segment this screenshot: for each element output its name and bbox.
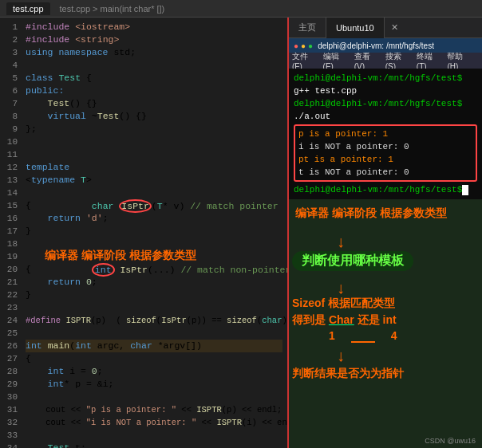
menu-help[interactable]: 帮助(H): [447, 51, 472, 71]
annotation-text-5: 判断结果是否为为指针: [292, 367, 404, 381]
code-line: {: [26, 352, 282, 365]
code-line: <typename T>: [26, 174, 282, 187]
code-line: [26, 148, 282, 161]
file-tab[interactable]: test.cpp: [6, 2, 50, 15]
main-split: 1234 5678 9101112 13141516 17181920 2122…: [0, 18, 482, 448]
code-line: [26, 391, 282, 403]
code-line: Test t;: [26, 442, 282, 448]
code-line: cout << "i is NOT a pointer: " << ISPTR(…: [26, 416, 282, 429]
code-line: public:: [26, 84, 282, 97]
code-line: [26, 429, 282, 442]
minimize-btn[interactable]: ●: [301, 41, 306, 50]
code-line: [26, 327, 282, 340]
code-line: #include <iostream>: [26, 21, 282, 33]
annotation-arrow-3: ↓: [337, 347, 345, 365]
right-panel: 主页 Ubuntu10 ✕ ● ● ● delphi@delphi-vm: /m…: [289, 18, 482, 448]
output-line-2: i is NOT a pointer: 0: [298, 140, 472, 153]
menu-search[interactable]: 搜索(S): [385, 51, 410, 71]
code-line: cout << "p is a pointer: " << ISPTR(p) <…: [26, 403, 282, 416]
code-line: Test() {}: [26, 97, 282, 110]
annotation-text-2: 判断使用哪种模板: [292, 251, 413, 271]
annotation-arrow-1: ↓: [337, 233, 345, 251]
code-line: [26, 238, 282, 250]
terminal-title: delphi@delphi-vm: /mnt/hgfs/test: [318, 41, 434, 50]
code-line: virtual ~Test() {}: [26, 110, 282, 123]
code-line-define: #define ISPTR(p) ( sizeof(IsPtr(p)) == s…: [26, 314, 282, 327]
code-line: return 0;: [26, 276, 282, 289]
code-line-isptr2: int IsPtr(...) // match non-pointer: [26, 250, 282, 263]
code-line: class Test {: [26, 72, 282, 84]
annotation-text-1: 编译器 编译阶段 根据参数类型: [295, 206, 447, 222]
code-line: [26, 301, 282, 314]
tab-close[interactable]: ✕: [388, 22, 401, 33]
terminal-line-1: delphi@delphi-vm:/mnt/hgfs/test$ g++ tes…: [294, 72, 477, 97]
line-numbers: 1234 5678 9101112 13141516 17181920 2122…: [0, 18, 21, 448]
menu-edit[interactable]: 编辑(E): [323, 51, 348, 71]
menu-file[interactable]: 文件(F): [292, 51, 317, 71]
terminal-line-3: delphi@delphi-vm:/mnt/hgfs/test$: [294, 183, 477, 196]
code-line: [26, 136, 282, 148]
annotation-fractions: 1 4: [329, 328, 397, 343]
top-bar: test.cpp test.cpp > main(int char* []): [0, 0, 482, 18]
output-line-4: t is NOT a pointer: 0: [298, 166, 472, 179]
terminal-line-2: delphi@delphi-vm:/mnt/hgfs/test$ ./a.out: [294, 97, 477, 123]
close-btn[interactable]: ●: [294, 41, 298, 50]
annotation-line4a: 得到是 Char 还是 int: [292, 313, 397, 326]
code-line: [26, 59, 282, 72]
output-line-3: pt is a pointer: 1: [298, 153, 472, 166]
tab-ubuntu[interactable]: Ubuntu10: [326, 18, 385, 38]
code-line: }: [26, 289, 282, 301]
menu-view[interactable]: 查看(V): [354, 51, 379, 71]
maximize-btn[interactable]: ●: [308, 41, 313, 50]
code-line-isptr: char IsPtr(T* v) // match pointer: [26, 187, 282, 199]
annotation-area: 编译器 编译阶段 根据参数类型 ↓ 判断使用哪种模板 ↓ Sizeof 根据匹配…: [289, 199, 482, 448]
terminal-content[interactable]: delphi@delphi-vm:/mnt/hgfs/test$ g++ tes…: [289, 69, 482, 199]
app-container: test.cpp test.cpp > main(int char* []) 1…: [0, 0, 482, 448]
code-line: };: [26, 123, 282, 136]
terminal-tabs: 主页 Ubuntu10 ✕: [289, 18, 482, 38]
terminal-output: p is a pointer: 1 i is NOT a pointer: 0 …: [294, 124, 477, 182]
breadcrumb: test.cpp > main(int char* []): [60, 4, 165, 14]
menu-terminal[interactable]: 终端(T): [417, 51, 441, 71]
output-line-1: p is a pointer: 1: [298, 128, 472, 140]
code-line: using namespace std;: [26, 46, 282, 59]
watermark: CSDN @uwu16: [425, 437, 476, 445]
code-line-main: int main(int argc, char *argv[]): [26, 340, 282, 352]
tab-home[interactable]: 主页: [289, 18, 326, 38]
code-line: int i = 0;: [26, 365, 282, 378]
code-editor[interactable]: 1234 5678 9101112 13141516 17181920 2122…: [0, 18, 289, 448]
delphi-menubar: 文件(F) 编辑(E) 查看(V) 搜索(S) 终端(T) 帮助(H): [289, 53, 482, 69]
code-line-template: template: [26, 161, 282, 174]
code-line: int* p = &i;: [26, 378, 282, 391]
code-line: }: [26, 225, 282, 238]
code-line: #include <string>: [26, 33, 282, 46]
annotation-text-3: Sizeof 根据匹配类型 得到是 Char 还是 int: [292, 295, 397, 328]
code-content[interactable]: #include <iostream> #include <string> us…: [21, 18, 287, 448]
